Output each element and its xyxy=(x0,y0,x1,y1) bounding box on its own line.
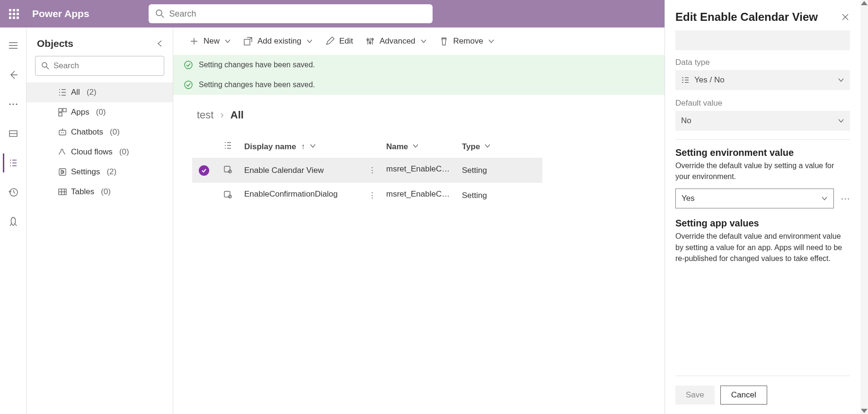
svg-rect-11 xyxy=(63,108,66,112)
rail-nav-publish[interactable] xyxy=(4,212,23,231)
app-launcher-button[interactable] xyxy=(0,0,27,27)
tree-count: (2) xyxy=(106,167,116,177)
col-name[interactable]: Name xyxy=(381,135,457,158)
svg-point-4 xyxy=(12,103,14,105)
cmd-edit[interactable]: Edit xyxy=(325,36,353,46)
svg-rect-27 xyxy=(224,191,230,197)
settings-icon xyxy=(58,167,67,177)
tree-label: Chatbots xyxy=(71,127,103,137)
left-rail xyxy=(0,27,27,414)
list-icon xyxy=(223,141,232,150)
tree-item-all[interactable]: All (2) xyxy=(27,82,173,102)
cmd-new[interactable]: New xyxy=(189,36,231,46)
env-value-more-button[interactable]: ⋯ xyxy=(841,193,850,204)
rail-back[interactable] xyxy=(4,65,23,84)
env-value: Yes xyxy=(682,194,695,203)
cancel-label: Cancel xyxy=(731,390,756,400)
back-arrow-icon xyxy=(8,70,18,80)
env-value-select[interactable]: Yes xyxy=(675,189,834,208)
scroll-up-icon[interactable] xyxy=(861,1,868,5)
svg-line-9 xyxy=(46,67,49,69)
rail-nav-history[interactable] xyxy=(4,183,23,202)
waffle-icon xyxy=(9,9,19,19)
rail-nav-solution[interactable] xyxy=(3,153,22,172)
save-button[interactable]: Save xyxy=(675,386,715,405)
global-search[interactable] xyxy=(149,4,433,23)
col-type[interactable]: Type xyxy=(457,135,542,158)
notification-text: Setting changes have been saved. xyxy=(199,61,315,69)
tree-item-cloud-flows[interactable]: Cloud flows (0) xyxy=(27,142,173,162)
tree-label: Tables xyxy=(71,187,94,197)
row-more-button[interactable]: ⋮ xyxy=(368,166,376,175)
tree-count: (0) xyxy=(110,127,120,137)
cmd-advanced[interactable]: Advanced xyxy=(365,36,427,46)
edit-icon xyxy=(325,36,335,46)
svg-rect-25 xyxy=(224,166,230,172)
cmd-remove[interactable]: Remove xyxy=(439,36,495,46)
svg-point-14 xyxy=(61,132,62,133)
cell-name: msret_EnableCo… xyxy=(386,189,452,199)
svg-rect-13 xyxy=(59,130,66,135)
row-more-button[interactable]: ⋮ xyxy=(368,191,376,200)
col-display-name[interactable]: Display name ↑ xyxy=(239,135,363,158)
breadcrumb-root[interactable]: test xyxy=(197,109,213,121)
cmd-add-existing[interactable]: Add existing xyxy=(243,36,313,46)
tree-count: (0) xyxy=(96,108,106,117)
objects-tree: All (2) Apps (0) Chatbots (0) Cloud flow… xyxy=(27,81,173,202)
cmd-label: Edit xyxy=(339,36,353,46)
cmd-label: Remove xyxy=(453,36,483,46)
chevron-down-icon xyxy=(838,77,844,83)
col-type-icon[interactable] xyxy=(216,135,239,158)
app-brand: Power Apps xyxy=(32,8,89,19)
col-label: Name xyxy=(386,142,408,151)
objects-search[interactable] xyxy=(35,56,164,76)
success-icon xyxy=(184,80,193,90)
add-existing-icon xyxy=(243,36,253,46)
col-select[interactable] xyxy=(192,135,216,158)
rail-more[interactable] xyxy=(4,95,23,114)
chevron-right-icon: › xyxy=(220,109,223,121)
svg-point-23 xyxy=(185,61,192,69)
col-label: Type xyxy=(462,142,480,151)
tree-count: (0) xyxy=(119,147,129,157)
panel-footer: Save Cancel xyxy=(675,376,850,414)
cmd-label: New xyxy=(204,36,220,46)
collapse-sidebar-button[interactable] xyxy=(156,39,164,48)
rail-nav-table[interactable] xyxy=(4,124,23,143)
svg-rect-19 xyxy=(244,39,250,45)
rail-hamburger[interactable] xyxy=(4,36,23,55)
chevron-down-icon xyxy=(306,38,313,45)
tree-item-settings[interactable]: Settings (2) xyxy=(27,162,173,182)
cell-display-name: EnableConfirmationDialog xyxy=(244,189,338,199)
chevron-down-icon xyxy=(310,143,316,149)
svg-point-0 xyxy=(156,10,162,16)
table-icon xyxy=(58,187,67,197)
list-icon xyxy=(58,88,67,97)
data-type-value: Yes / No xyxy=(694,75,725,85)
cell-type: Setting xyxy=(462,191,487,200)
svg-point-3 xyxy=(9,103,10,105)
breadcrumb-current: All xyxy=(230,109,244,121)
cmd-label: Advanced xyxy=(380,36,416,46)
global-search-input[interactable] xyxy=(169,9,426,19)
table-row[interactable]: Enable Calendar View ⋮ msret_EnableCal… … xyxy=(192,158,542,183)
tree-item-tables[interactable]: Tables (0) xyxy=(27,182,173,202)
objects-search-input[interactable] xyxy=(53,61,158,71)
chevron-down-icon xyxy=(838,117,844,124)
table-row[interactable]: EnableConfirmationDialog ⋮ msret_EnableC… xyxy=(192,183,542,208)
panel-title: Edit Enable Calendar View xyxy=(675,10,818,24)
scroll-down-icon[interactable] xyxy=(861,409,868,413)
cancel-button[interactable]: Cancel xyxy=(720,386,767,405)
notification-text: Setting changes have been saved. xyxy=(199,81,315,89)
svg-point-8 xyxy=(42,63,47,67)
env-section-desc: Override the default value by setting a … xyxy=(675,160,850,182)
tree-item-apps[interactable]: Apps (0) xyxy=(27,102,173,122)
default-value: No xyxy=(681,116,691,126)
svg-line-1 xyxy=(161,15,164,18)
close-button[interactable] xyxy=(841,12,850,22)
scrollbar[interactable] xyxy=(860,0,868,414)
row-selected-icon[interactable] xyxy=(199,165,209,176)
tree-item-chatbots[interactable]: Chatbots (0) xyxy=(27,122,173,142)
svg-point-24 xyxy=(185,81,192,89)
sort-arrow-up-icon: ↑ xyxy=(301,142,305,151)
